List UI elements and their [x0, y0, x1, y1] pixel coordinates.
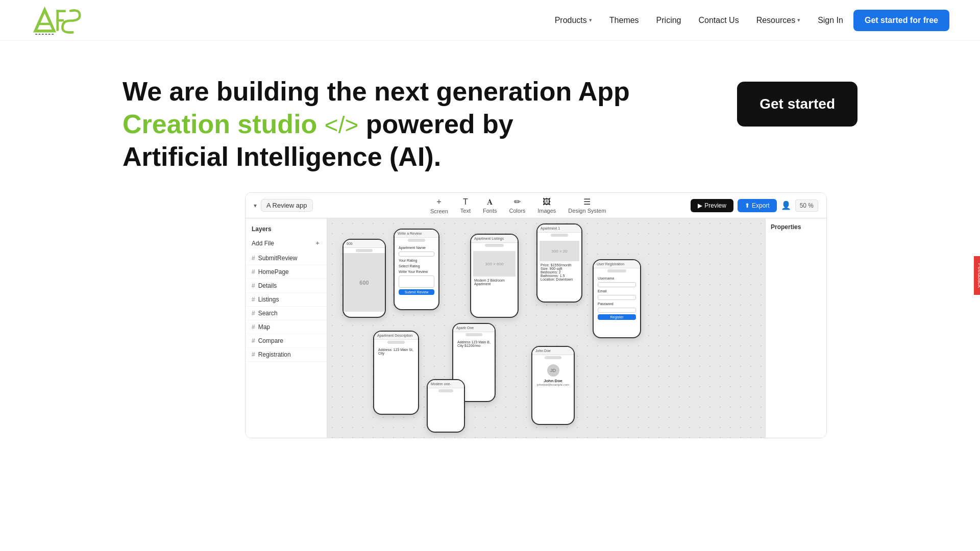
hash-icon: # — [252, 296, 255, 303]
export-label: Export — [752, 202, 770, 209]
phone-screen-john-doe[interactable]: John DoeJDJohn Doejohndoe@example.com — [531, 346, 575, 425]
screen-icon: ＋ — [435, 196, 443, 207]
phone-screen-apartment-1[interactable]: Apartment 1300 × 20Price: $1550/monthSiz… — [536, 223, 582, 303]
phone-field — [399, 252, 434, 257]
layer-item-label: Listings — [258, 296, 279, 303]
add-file-label: Add File — [252, 240, 274, 247]
studio-tool-design-system[interactable]: ☰ Design System — [568, 197, 606, 214]
layer-item[interactable]: #Map — [246, 320, 327, 334]
studio-tool-fonts[interactable]: 𝐀 Fonts — [483, 197, 497, 214]
text-icon: T — [463, 197, 468, 207]
nav-links: Products ▾ Themes Pricing Contact Us Res… — [548, 10, 949, 31]
nav-contact[interactable]: Contact Us — [692, 12, 746, 29]
nav-products[interactable]: Products ▾ — [548, 12, 599, 29]
phone-screen-screen-small[interactable]: Modern one- — [427, 379, 465, 433]
phone-screen-homepage[interactable]: 600600 — [342, 239, 386, 318]
phone-screen-apartment-listings[interactable]: Apartment Listings300 × 600Modern 2 Bedr… — [470, 234, 519, 318]
phone-notch — [465, 333, 482, 336]
hero-get-started-button[interactable]: Get started — [737, 82, 857, 127]
phone-screen-apartment-desc[interactable]: Apartment DescriptionAddress: 123 Main S… — [373, 331, 419, 415]
nav-resources[interactable]: Resources ▾ — [749, 12, 807, 29]
nav-pricing[interactable]: Pricing — [649, 12, 689, 29]
add-file-plus-icon: ＋ — [314, 239, 321, 247]
phone-header: Write a Review — [395, 230, 438, 238]
phone-submit-btn: Submit Review — [399, 289, 434, 295]
hash-icon: # — [252, 323, 255, 331]
apt1-placeholder: 300 × 20 — [540, 241, 579, 261]
user-name: John Doe — [534, 379, 572, 383]
studio-tool-images[interactable]: 🖼 Images — [537, 197, 556, 214]
studio-tool-colors[interactable]: ✏ Colors — [509, 197, 525, 214]
layer-item[interactable]: #Listings — [246, 293, 327, 307]
apt1-details: Price: $1550/monthSize: 900 sqftBedrooms… — [540, 262, 579, 282]
phone-notch — [607, 269, 626, 272]
phone-label: Write Your Review — [397, 269, 436, 274]
phone-notch — [387, 341, 405, 344]
studio-toolbar-center: ＋ Screen T Text 𝐀 Fonts ✏ Colors 🖼 I — [354, 196, 682, 214]
layer-item[interactable]: #Search — [246, 307, 327, 320]
phone-screen-user-registration[interactable]: User RegistrationUsername Email Password… — [593, 259, 641, 338]
layer-item[interactable]: #Compare — [246, 334, 327, 348]
phone-content: 300 × 20Price: $1550/monthSize: 900 sqft… — [537, 238, 581, 284]
phone-header: John Doe — [532, 347, 574, 355]
studio-toolbar: ▾ A Review app ＋ Screen T Text 𝐀 Fonts ✏ — [246, 193, 826, 218]
layers-label: Layers — [252, 226, 272, 233]
phone-label: Your Rating — [397, 258, 436, 263]
layer-item[interactable]: #HomePage — [246, 265, 327, 279]
studio-properties-panel: Properties — [765, 218, 826, 438]
studio-preview-button[interactable]: ▶ Preview — [691, 199, 733, 212]
studio-body: Layers Add File ＋ #SubmitReview#HomePage… — [246, 218, 826, 438]
layer-item[interactable]: #SubmitReview — [246, 252, 327, 265]
studio-text-label: Text — [460, 208, 471, 214]
nav-cta-button[interactable]: Get started for free — [853, 10, 949, 31]
nav-themes[interactable]: Themes — [602, 12, 646, 29]
phone-notch — [545, 356, 561, 359]
nav-pricing-label: Pricing — [656, 16, 681, 25]
phone-screen-submit-review[interactable]: Write a ReviewApartment Name Your Rating… — [394, 229, 439, 310]
logo-icon — [31, 5, 87, 36]
nav-signin-label: Sign In — [818, 16, 843, 24]
svg-marker-0 — [35, 10, 54, 31]
zoom-level[interactable]: 50 % — [795, 199, 818, 212]
hero-code-tag: </> — [325, 112, 359, 138]
studio-export-button[interactable]: ⬆ Export — [738, 199, 777, 212]
layer-item-label: Search — [258, 310, 278, 317]
studio-layer-list: #SubmitReview#HomePage#Details#Listings#… — [246, 252, 327, 362]
layer-item[interactable]: #Details — [246, 279, 327, 293]
nav-signin[interactable]: Sign In — [811, 12, 850, 29]
phone-notch — [438, 389, 453, 392]
fonts-icon: 𝐀 — [487, 197, 493, 207]
studio-screen-label: Screen — [430, 208, 448, 214]
studio-container: ▾ A Review app ＋ Screen T Text 𝐀 Fonts ✏ — [245, 192, 827, 438]
logo[interactable] — [31, 5, 87, 36]
phone-header: User Registration — [594, 260, 640, 268]
preview-label: Preview — [704, 202, 726, 209]
phone-placeholder: 600 — [344, 253, 385, 312]
studio-tool-screen[interactable]: ＋ Screen — [430, 196, 448, 214]
play-icon: ▶ — [698, 202, 702, 209]
listing-title: Modern 2 Bedroom Apartment — [473, 278, 516, 287]
studio-breadcrumb-chevron: ▾ — [254, 202, 257, 209]
phone-content: Address: 123 Main St, City — [374, 345, 418, 358]
nav-themes-label: Themes — [609, 16, 639, 25]
resources-chevron-icon: ▾ — [797, 17, 800, 23]
nav-contact-label: Contact Us — [699, 16, 739, 25]
phone-content: Username Email Password Register — [594, 273, 640, 323]
listing-placeholder: 300 × 600 — [473, 251, 516, 277]
layer-item-label: HomePage — [258, 268, 289, 276]
feedback-tab[interactable]: Feedback — [974, 256, 980, 295]
export-icon: ⬆ — [745, 202, 750, 209]
hero-section: We are building the next generation App … — [0, 41, 980, 438]
studio-add-file[interactable]: Add File ＋ — [246, 237, 327, 252]
studio-canvas[interactable]: Write a ReviewApartment Name Your Rating… — [327, 218, 765, 438]
phone-notch — [408, 239, 425, 242]
studio-tool-text[interactable]: T Text — [460, 197, 471, 214]
user-avatar-icon: 👤 — [781, 201, 791, 210]
studio-appname[interactable]: A Review app — [261, 199, 313, 212]
products-chevron-icon: ▾ — [589, 17, 592, 23]
phone-label: Apartment Name — [397, 245, 436, 251]
layer-item[interactable]: #Registration — [246, 348, 327, 362]
studio-layers-header: Layers — [246, 223, 327, 237]
navbar: Products ▾ Themes Pricing Contact Us Res… — [0, 0, 980, 41]
phone-label: Select Rating — [397, 263, 436, 269]
